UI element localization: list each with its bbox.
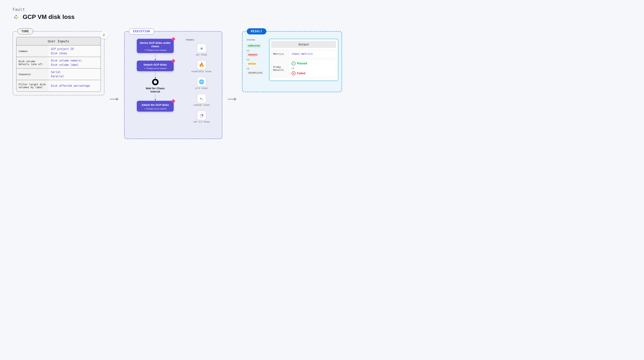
or-text: OR [247,59,266,61]
exec-step-title: Attach the GCP disks [138,103,172,107]
probe-failed: ✕Failed [292,71,334,75]
output-value: chaos metrics [290,50,336,58]
probe-name: COMMAND PROBE [193,104,210,106]
exec-step-sub: Privilege access required [138,49,172,51]
probe-name: SRM SLO PROBE [193,121,210,123]
probe-prometheus: 🔥 PROMETHEUS PROBE [186,61,217,73]
status-completed: COMPLETED [247,44,261,48]
output-box: Output Metrics chaos metrics Probe Resul… [269,39,338,81]
passed-label: Passed [297,62,307,65]
input-values: Disk affected percentage [49,80,100,92]
command-icon: >_ [197,94,206,103]
probe-passed: ✓Passed [292,62,334,65]
probe-http: 🌐 HTTP PROBE [186,78,217,90]
input-key: Sequence [16,69,49,80]
x-icon: ✕ [292,71,296,75]
status-queued: QUEUED [247,62,258,66]
result-pill: RESULT [247,28,266,35]
http-icon: 🌐 [197,78,206,86]
exec-step-title: Derive GCP disks under chaos [138,41,172,48]
chaos-metrics-link[interactable]: chaos metrics [292,52,334,56]
output-key: Probe Results [272,60,290,77]
or-text: OR [247,50,266,52]
output-header: Output [271,41,336,48]
input-key: Filter target disk volumes by label [16,80,49,92]
svg-marker-3 [234,98,237,101]
probe-name: PROMETHEUS PROBE [192,71,212,73]
tune-panel: TUNE User Inputs Common GCP project ID D… [12,31,104,95]
status-label: STATUS [247,39,266,41]
wait-label: Wait for Chaos Interval [143,87,168,93]
exec-step-title: Detach GCP disks [138,63,172,67]
failed-label: Failed [297,72,305,75]
input-row: Sequence Serial Parallel [16,69,100,80]
probe-command: >_ COMMAND PROBE [186,94,217,106]
probes-column: PROBES ⎈ K8S PROBE 🔥 PROMETHEUS PROBE 🌐 … [184,39,219,128]
or-text: OR [292,67,334,70]
status-column: STATUS COMPLETED OR ERRORED OR QUEUED OR… [246,39,267,81]
user-inputs-table: User Inputs Common GCP project ID Disk z… [16,37,101,92]
status-incompleted: INCOMPLETED [247,71,264,75]
corner-badge-icon [171,37,176,41]
corner-badge-icon [171,99,176,103]
probes-label: PROBES [186,39,217,41]
gcp-logo-icon [12,13,20,20]
exec-step-derive: Derive GCP disks under chaos Privilege a… [137,39,174,53]
exec-step-attach: Attach the GCP disks Privilege access re… [137,101,174,112]
tune-pill: TUNE [17,28,33,35]
flow-arrow-icon [228,96,237,103]
k8s-icon: ⎈ [197,44,206,53]
output-key: Metrics [272,50,290,58]
flow-arrow-icon [110,96,119,103]
output-row-metrics: Metrics chaos metrics [271,50,336,58]
or-text: OR [247,68,266,70]
probe-srm-slo: ◔ SRM SLO PROBE [186,111,217,123]
svg-marker-1 [116,98,119,101]
status-errored: ERRORED [247,53,259,57]
result-panel: RESULT STATUS COMPLETED OR ERRORED OR QU… [242,31,342,92]
input-values: Serial Parallel [49,69,100,80]
wait-block: 🕒 Wait for Chaos Interval [143,79,168,93]
probe-k8s: ⎈ K8S PROBE [186,44,217,56]
srm-slo-icon: ◔ [197,111,206,120]
input-value: Disk zones [51,52,98,55]
execution-panel: EXECUTION Derive GCP disks under chaos P… [124,31,222,139]
input-value: Parallel [51,75,98,78]
check-icon: ✓ [292,62,296,65]
input-values: Disk volume name(s) Disk volume label [49,57,100,68]
execution-flow: Derive GCP disks under chaos Privilege a… [128,39,183,128]
corner-badge-icon [171,59,176,63]
exec-step-sub: Privilege access required [138,67,172,69]
input-value: GCP project ID [51,47,98,51]
exec-step-detach: Detach GCP disks Privilege access requir… [137,61,174,71]
fault-label: Fault [12,7,632,12]
probe-name: K8S PROBE [196,54,207,56]
user-inputs-header: User Inputs [16,37,100,45]
output-row-probe-results: Probe Results ✓Passed OR ✕Failed [271,60,336,77]
diagram-canvas: TUNE User Inputs Common GCP project ID D… [12,31,632,139]
input-value: Disk affected percentage [51,84,98,87]
input-row: Filter target disk volumes by label Disk… [16,80,100,92]
input-row: Disk volume details (one of) Disk volume… [16,57,100,69]
gcp-badge-icon [100,31,108,39]
page-title: GCP VM disk loss [23,13,74,20]
input-key: Disk volume details (one of) [16,57,49,68]
execution-pill: EXECUTION [129,28,154,35]
input-values: GCP project ID Disk zones [49,45,100,57]
input-key: Common [16,45,49,57]
probe-name: HTTP PROBE [195,87,208,90]
clock-icon: 🕒 [152,79,158,85]
title-row: GCP VM disk loss [12,13,632,20]
output-value: ✓Passed OR ✕Failed [290,60,336,77]
exec-step-sub: Privilege access required [138,108,172,110]
input-value: Disk volume label [51,63,98,67]
prometheus-icon: 🔥 [197,61,206,69]
input-value: Serial [51,71,98,74]
input-value: Disk volume name(s) [51,59,98,62]
input-row: Common GCP project ID Disk zones [16,45,100,57]
